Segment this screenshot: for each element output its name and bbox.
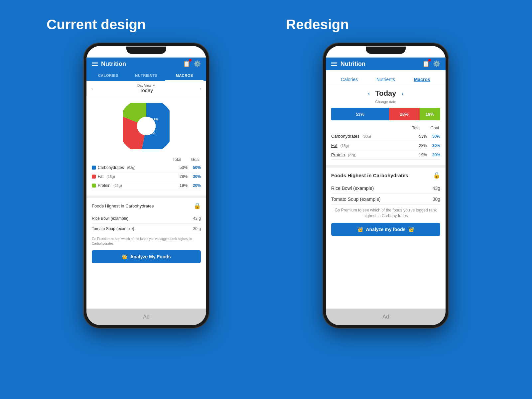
screen-content-right: ‹ Today › Change date 53% 28% 19% xyxy=(326,85,446,309)
day-nav-redesign: ‹ Today › xyxy=(326,85,446,102)
pie-section: 53% 28% 19% xyxy=(86,96,206,156)
change-date-link[interactable]: Change date xyxy=(326,100,446,104)
macro-bar-carbs: 53% xyxy=(331,108,389,120)
day-nav-current: ‹ Day View ▼ Today › xyxy=(86,81,206,96)
analyze-btn-redesign[interactable]: 👑 Analyze my foods 👑 xyxy=(331,223,440,236)
svg-text:19%: 19% xyxy=(152,117,159,121)
macro-bar: 53% 28% 19% xyxy=(331,108,440,120)
phone-notch-right xyxy=(366,47,406,54)
foods-title-redesign: Foods Highest in Carbohydrates xyxy=(331,173,408,178)
analyze-btn-current[interactable]: 👑 Analyze My Foods xyxy=(92,250,201,263)
foods-title-current: Foods Highest in Carbohydrates xyxy=(92,203,154,208)
foods-section-current: Foods Highest in Carbohydrates 🔒 Rice Bo… xyxy=(86,198,206,267)
food-row-1-redesign: Rice Bowl (example) 43g xyxy=(331,183,440,194)
redesign-title: Redesign xyxy=(286,17,485,33)
pie-chart: 53% 28% 19% xyxy=(123,103,170,149)
next-day-btn-left[interactable]: › xyxy=(195,82,206,95)
app-title-right: Nutrition xyxy=(340,61,365,67)
current-screen: Nutrition 📋 ⚙️ CALORIES NUTRIENTS MACROS xyxy=(86,46,206,325)
foods-header-redesign: Foods Highest in Carbohydrates 🔒 xyxy=(331,172,440,179)
lock-icon-current: 🔒 xyxy=(194,202,201,209)
redesign-phone: Nutrition 📋 ⚙️ Calories Nutrients Macros xyxy=(323,43,449,329)
macro-table-header-redesign: Total Goal xyxy=(331,126,440,130)
settings-icon-right[interactable]: ⚙️ xyxy=(433,60,440,67)
svg-text:53%: 53% xyxy=(139,124,147,128)
next-day-btn-right[interactable]: › xyxy=(402,90,404,97)
food-row-1-current: Rice Bowl (example) 43 g xyxy=(92,213,201,224)
app-header-right: Nutrition 📋 ⚙️ xyxy=(326,58,446,70)
tab-macros-current[interactable]: MACROS xyxy=(165,70,203,81)
crown-icon-left: 👑 xyxy=(122,254,127,259)
svg-text:28%: 28% xyxy=(149,131,155,135)
day-view-label: Day View ▼ xyxy=(100,84,193,87)
prev-day-btn-right[interactable]: ‹ xyxy=(368,90,370,97)
app-header-left: Nutrition 📋 ⚙️ xyxy=(86,58,206,70)
crown-icon-right-right: 👑 xyxy=(408,227,414,232)
food-row-2-redesign: Tomato Soup (example) 30g xyxy=(331,194,440,205)
ad-label-left: Ad xyxy=(143,314,150,320)
redesign-screen: Nutrition 📋 ⚙️ Calories Nutrients Macros xyxy=(326,46,446,325)
macro-row-carbs-current: Carbohydrates (63g) 53% 50% xyxy=(92,163,201,172)
ad-bar-right: Ad xyxy=(326,309,446,325)
foods-header-current: Foods Highest in Carbohydrates 🔒 xyxy=(92,202,201,209)
ad-bar-left: Ad xyxy=(86,309,206,325)
macro-bar-protein: 19% xyxy=(420,108,440,120)
phone-notch-left xyxy=(126,47,166,54)
hamburger-icon-left[interactable] xyxy=(92,62,98,66)
lock-icon-redesign: 🔒 xyxy=(433,172,440,179)
tab-calories-current[interactable]: CALORIES xyxy=(89,70,127,81)
today-label-right: Today xyxy=(375,89,396,98)
macro-bar-fat: 28% xyxy=(389,108,420,120)
macro-row-fat-redesign: Fat (15g) 28% 30% xyxy=(331,141,440,150)
hamburger-icon-right[interactable] xyxy=(331,62,337,66)
screen-content-left: 53% 28% 19% Total Goal xyxy=(86,96,206,309)
tab-macros-redesign[interactable]: Macros xyxy=(404,74,440,85)
food-row-2-current: Tomato Soup (example) 30 g xyxy=(92,224,201,234)
ad-label-right: Ad xyxy=(382,314,389,320)
current-design-phone: Nutrition 📋 ⚙️ CALORIES NUTRIENTS MACROS xyxy=(83,43,209,329)
tabs-redesign: Calories Nutrients Macros xyxy=(326,70,446,85)
macro-row-protein-redesign: Protein (22g) 19% 20% xyxy=(331,150,440,160)
header-icons-right: 📋 ⚙️ xyxy=(422,60,440,67)
macro-row-fat-current: Fat (15g) 28% 30% xyxy=(92,172,201,181)
macro-row-protein-current: Protein (22g) 19% 20% xyxy=(92,181,201,190)
app-title-left: Nutrition xyxy=(101,61,126,67)
notification-icon-right[interactable]: 📋 xyxy=(422,60,430,67)
premium-text-current: Go Premium to see which of the foods you… xyxy=(92,237,201,246)
divider-current xyxy=(86,196,206,198)
macro-table-current: Total Goal Carbohydrates (63g) 53% 50% xyxy=(86,156,206,196)
current-design-title: Current design xyxy=(47,17,246,33)
premium-text-redesign: Go Premium to see which of the foods you… xyxy=(331,207,440,219)
macro-row-carbs-redesign: Carbohydrates (63g) 53% 50% xyxy=(331,132,440,141)
today-label-left: Today xyxy=(100,87,193,93)
crown-icon-right-left: 👑 xyxy=(357,227,363,232)
tab-nutrients-redesign[interactable]: Nutrients xyxy=(367,74,404,85)
foods-section-redesign: Foods Highest in Carbohydrates 🔒 Rice Bo… xyxy=(326,168,446,240)
tab-nutrients-current[interactable]: NUTRIENTS xyxy=(127,70,166,81)
notification-icon-left[interactable]: 📋 xyxy=(183,60,190,67)
header-icons-left: 📋 ⚙️ xyxy=(183,60,201,67)
tabs-current: CALORIES NUTRIENTS MACROS xyxy=(86,70,206,81)
macro-bar-section: 53% 28% 19% xyxy=(326,105,446,124)
macro-table-header-current: Total Goal xyxy=(92,157,201,162)
tab-calories-redesign[interactable]: Calories xyxy=(331,74,367,85)
divider-redesign xyxy=(326,165,446,168)
macro-table-redesign: Total Goal Carbohydrates (63g) 53% 50% xyxy=(326,124,446,165)
settings-icon-left[interactable]: ⚙️ xyxy=(194,60,201,67)
prev-day-btn-left[interactable]: ‹ xyxy=(87,82,98,95)
